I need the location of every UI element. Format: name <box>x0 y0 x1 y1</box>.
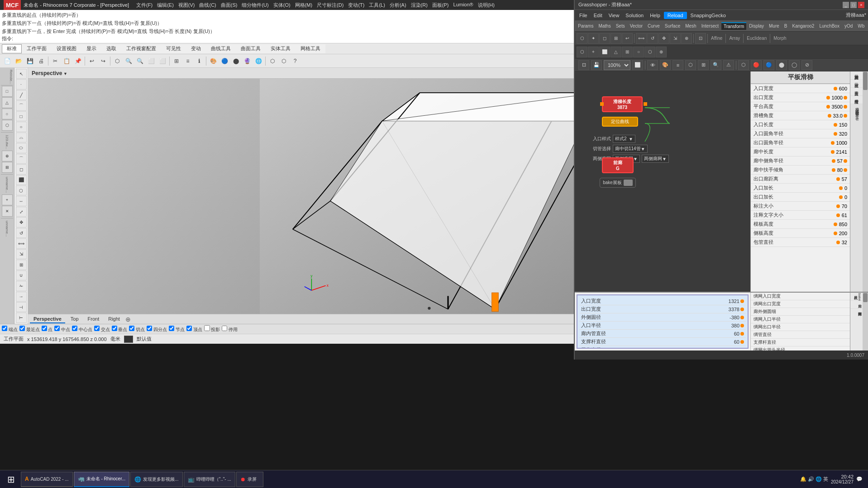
tab-transform[interactable]: 变动 <box>186 44 206 53</box>
gh-tab-b[interactable]: B <box>782 23 790 29</box>
tool-boolean[interactable]: ∪ <box>16 270 27 280</box>
start-button[interactable]: ⊞ <box>2 471 20 488</box>
mesh1-btn[interactable]: ⬡ <box>267 56 278 66</box>
gh-scrollbar[interactable] <box>863 71 868 292</box>
tool-ellipse[interactable]: ⬭ <box>16 143 27 153</box>
gh-grid-btn[interactable]: ⊞ <box>698 60 709 70</box>
lower-scrollbar-thumb[interactable] <box>863 293 868 302</box>
taskbar-recorder[interactable]: ⏺ 录屏 <box>236 472 263 487</box>
tab-meshtools[interactable]: 网格工具 <box>296 44 325 53</box>
snap-quad[interactable]: 四分点 <box>147 326 167 333</box>
menu-curve[interactable]: 曲线(C) <box>199 2 216 9</box>
menu-analysis[interactable]: 分析(A) <box>390 2 406 9</box>
tool-arc[interactable]: ⌓ <box>16 133 27 142</box>
gh-tool-1[interactable]: ⬡ <box>577 33 587 44</box>
layer-btn[interactable]: ≡ <box>182 56 193 66</box>
gh-tab-lunchbox[interactable]: LunchBox <box>817 23 841 29</box>
sidebar-btn-6[interactable]: ⊞ <box>2 162 13 173</box>
gh-eye-btn[interactable]: 👁 <box>647 60 658 70</box>
taskbar-rhino[interactable]: 🦏 未命名 - Rhinocer... <box>74 472 130 487</box>
taskbar-autocad[interactable]: A AutoCAD 2022 - ... <box>21 472 73 487</box>
undo-btn[interactable]: ↩ <box>86 56 97 66</box>
tool-scale[interactable]: ⇲ <box>16 249 27 259</box>
menu-mesh[interactable]: 网格(M) <box>295 2 313 9</box>
tool-mirror[interactable]: ⟺ <box>16 238 27 248</box>
gh-preview4-btn[interactable]: ◯ <box>789 60 800 70</box>
gh-tab-wb[interactable]: Wb <box>855 23 867 29</box>
gh-tab-transform[interactable]: Transform <box>721 22 746 30</box>
sidebar-btn-5[interactable]: ⊕ <box>2 151 13 161</box>
gh-sub-8[interactable]: ⊕ <box>656 47 667 57</box>
style-dropdown[interactable]: 样式2 ▼ <box>613 135 635 143</box>
tool-curve[interactable]: ⌒ <box>16 100 27 110</box>
snap-tangent[interactable]: 切点 <box>129 326 145 333</box>
redo-btn[interactable]: ↪ <box>98 56 109 66</box>
sidebar-btn-7[interactable]: + <box>2 194 13 205</box>
gh-maximize-btn[interactable]: □ <box>850 2 857 8</box>
gh-color-btn[interactable]: 🎨 <box>660 60 671 70</box>
gh-sub-4[interactable]: △ <box>610 47 621 57</box>
taskbar-browser[interactable]: 🌐 发现更多影视频... <box>130 472 182 487</box>
tab-perspective[interactable]: Perspective <box>30 315 65 323</box>
gh-preview1-btn[interactable]: 🔴 <box>751 60 762 70</box>
gh-tab-curve[interactable]: Curve <box>645 23 662 29</box>
grid-btn[interactable]: ⊞ <box>171 56 182 66</box>
zoom-window-btn[interactable]: ⬜ <box>157 56 168 66</box>
new-btn[interactable]: 📄 <box>2 56 13 66</box>
menu-tools[interactable]: 工具(L) <box>369 2 385 9</box>
gh-sub-7[interactable]: ⬡ <box>644 47 655 57</box>
tab-standard[interactable]: 标准 <box>2 44 22 53</box>
gh-zoom-select[interactable]: 100% 75% 50% 125% 150% <box>604 60 630 70</box>
snap-point[interactable]: 点 <box>42 326 53 333</box>
save-btn[interactable]: 💾 <box>24 56 35 66</box>
paste-btn[interactable]: 📌 <box>72 56 83 66</box>
tool-surface[interactable]: ◻ <box>16 164 27 174</box>
side2-dropdown[interactable]: 两侧廊网 ▼ <box>642 155 669 163</box>
node-position-curve[interactable]: 定位曲线 <box>602 117 638 127</box>
gh-tool-6[interactable]: ⟺ <box>636 33 647 44</box>
tool-mesh[interactable]: ⬡ <box>16 185 27 195</box>
notification-btn[interactable]: 💬 <box>856 476 863 482</box>
gh-tab-kangaroo[interactable]: Kangaroo2 <box>790 23 817 29</box>
tool-rect[interactable]: □ <box>16 111 27 121</box>
tab-workplane[interactable]: 工作平面 <box>22 44 52 53</box>
gh-menu-file[interactable]: File <box>577 12 590 19</box>
tool-circle[interactable]: ○ <box>16 122 27 132</box>
gh-tab-params[interactable]: Params <box>576 23 596 29</box>
snap-center[interactable]: 中心点 <box>72 326 92 333</box>
gh-menu-snapping[interactable]: SnappingGecko <box>688 12 729 19</box>
viewport-options-btn[interactable]: ⊕ <box>125 316 131 323</box>
tool-rotate[interactable]: ↺ <box>16 228 27 238</box>
sidebar-btn-3[interactable]: ○ <box>2 109 13 119</box>
render3-btn[interactable]: ⬤ <box>230 56 241 66</box>
menu-render[interactable]: 渲染(R) <box>411 2 428 9</box>
menu-solid[interactable]: 实体(O) <box>273 2 291 9</box>
gh-tab-yod[interactable]: yOd <box>842 23 855 29</box>
gh-list-btn[interactable]: ≡ <box>672 60 683 70</box>
tool-array[interactable]: ⊞ <box>16 260 27 270</box>
zoom-all-btn[interactable]: ⬜ <box>146 56 157 66</box>
gh-scrollbar-thumb[interactable] <box>863 72 868 90</box>
gh-sub-2[interactable]: + <box>588 47 599 57</box>
gh-tool-8[interactable]: ✥ <box>658 33 669 44</box>
lower-scrollbar[interactable] <box>863 293 868 351</box>
gh-tab-display[interactable]: Display <box>747 23 766 29</box>
cut-dropdown[interactable]: 廊中切114管 ▼ <box>613 145 648 153</box>
print-btn[interactable]: 🖨 <box>36 56 47 66</box>
menu-bar[interactable]: 文件(F) 编辑(E) 视图(V) 曲线(C) 曲面(S) 细分物件(U) 实体… <box>136 2 495 9</box>
gh-fit-btn[interactable]: ⬜ <box>632 60 643 70</box>
menu-transform[interactable]: 变动(T) <box>348 2 364 9</box>
menu-file[interactable]: 文件(F) <box>136 2 153 9</box>
gh-tool-3[interactable]: ◻ <box>599 33 610 44</box>
tool-fillet[interactable]: ⌒ <box>16 154 27 164</box>
menu-view[interactable]: 视图(V) <box>178 2 195 9</box>
gh-tool-10[interactable]: ⊕ <box>681 33 692 44</box>
select-btn[interactable]: ⬡ <box>112 56 123 66</box>
gh-tab-vector[interactable]: Vector <box>628 23 645 29</box>
prop-btn[interactable]: ℹ <box>194 56 205 66</box>
tab-front[interactable]: Front <box>84 315 103 323</box>
gh-sub-3[interactable]: ⬜ <box>599 47 610 57</box>
gh-bake-btn[interactable]: ⬡ <box>738 60 749 70</box>
tab-solidtools[interactable]: 实体工具 <box>266 44 296 53</box>
sidebar-btn-4[interactable]: ⬡ <box>2 120 13 131</box>
